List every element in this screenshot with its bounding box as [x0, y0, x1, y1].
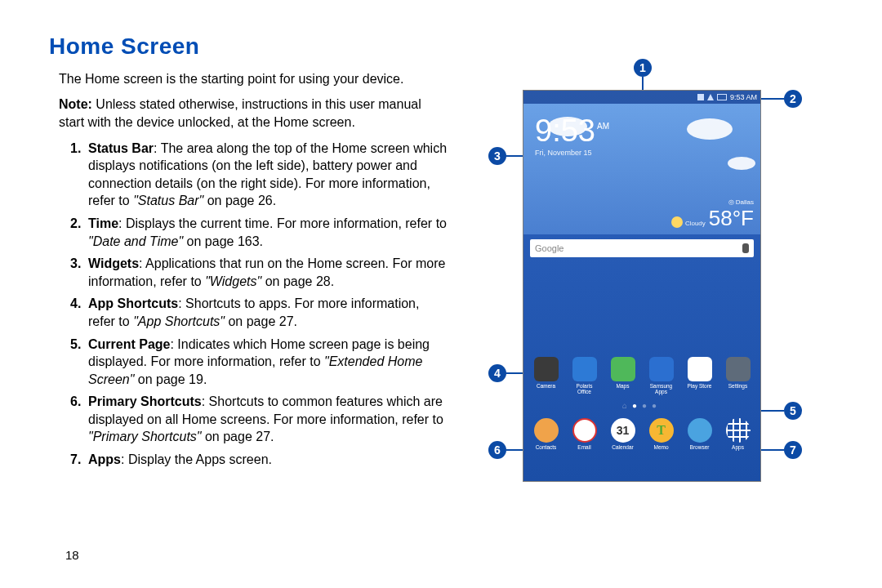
clock-widget: 9:53AM Fri, November 15: [535, 114, 608, 157]
status-time: 9:53 AM: [730, 93, 757, 101]
shortcut-email[interactable]: @Email: [570, 418, 599, 450]
battery-icon: [717, 94, 727, 100]
list-item: Status Bar: The area along the top of th…: [70, 140, 449, 210]
page-title: Home Screen: [49, 31, 449, 62]
cloud-icon: [687, 118, 733, 140]
shortcut-browser[interactable]: Browser: [685, 418, 715, 450]
list-item: Current Page: Indicates which Home scree…: [70, 336, 449, 389]
callout-2: 2: [784, 90, 802, 108]
google-search-bar[interactable]: Google: [530, 239, 754, 257]
signal-icon: [697, 94, 704, 100]
shortcut-apps[interactable]: Apps: [724, 418, 753, 450]
list-item: Widgets: Applications that run on the Ho…: [70, 255, 449, 290]
weather-widget: ◎ Dallas Cloudy58°F: [671, 198, 754, 231]
sun-icon: [671, 216, 683, 228]
shortcut-memo[interactable]: TMemo: [647, 418, 676, 450]
app-samsung[interactable]: Samsung Apps: [647, 357, 676, 394]
app-polaris[interactable]: Polaris Office: [570, 357, 599, 394]
memo-icon: T: [649, 418, 674, 443]
intro-text: The Home screen is the starting point fo…: [59, 70, 449, 88]
callout-1: 1: [634, 59, 652, 77]
definitions-list: Status Bar: The area along the top of th…: [70, 140, 449, 469]
device-mock: 9:53 AM 9:53AM Fri, November 15 ◎ Dallas…: [523, 90, 761, 482]
callout-3: 3: [488, 147, 506, 165]
list-item: App Shortcuts: Shortcuts to apps. For mo…: [70, 295, 449, 330]
app-settings[interactable]: Settings: [724, 357, 753, 394]
figure: 9:53 AM 9:53AM Fri, November 15 ◎ Dallas…: [457, 0, 882, 588]
email-icon: @: [572, 418, 597, 443]
app-camera[interactable]: Camera: [532, 357, 561, 394]
shortcut-calendar[interactable]: 31Calendar: [608, 418, 638, 450]
app-shortcuts-row: Camera Polaris Office Maps Samsung Apps …: [523, 354, 760, 396]
note-lead: Note:: [59, 97, 92, 111]
note-text: Note: Unless stated otherwise, instructi…: [59, 96, 449, 131]
callout-5: 5: [784, 402, 802, 420]
page-number: 18: [65, 548, 79, 562]
callout-4: 4: [488, 364, 506, 382]
list-item: Apps: Display the Apps screen.: [70, 451, 449, 469]
list-item: Primary Shortcuts: Shortcuts to common f…: [70, 393, 449, 446]
list-item: Time: Displays the current time. For mor…: [70, 215, 449, 250]
note-body: Unless stated otherwise, instructions in…: [59, 97, 421, 129]
primary-shortcuts-row: Contacts @Email 31Calendar TMemo Browser…: [523, 415, 760, 457]
mic-icon: [742, 243, 749, 253]
status-bar: 9:53 AM: [523, 91, 760, 104]
wallpaper: 9:53AM Fri, November 15 ◎ Dallas Cloudy5…: [523, 104, 760, 234]
callout-6: 6: [488, 441, 506, 459]
shortcut-contacts[interactable]: Contacts: [532, 418, 561, 450]
calendar-icon: 31: [611, 418, 635, 443]
wifi-icon: [707, 94, 714, 100]
page-indicator: ⌂●●●: [523, 396, 760, 415]
cloud-icon: [728, 157, 755, 170]
app-maps[interactable]: Maps: [608, 357, 638, 394]
apps-grid-icon: [726, 418, 751, 443]
app-playstore[interactable]: Play Store: [685, 357, 715, 394]
callout-7: 7: [784, 441, 802, 459]
